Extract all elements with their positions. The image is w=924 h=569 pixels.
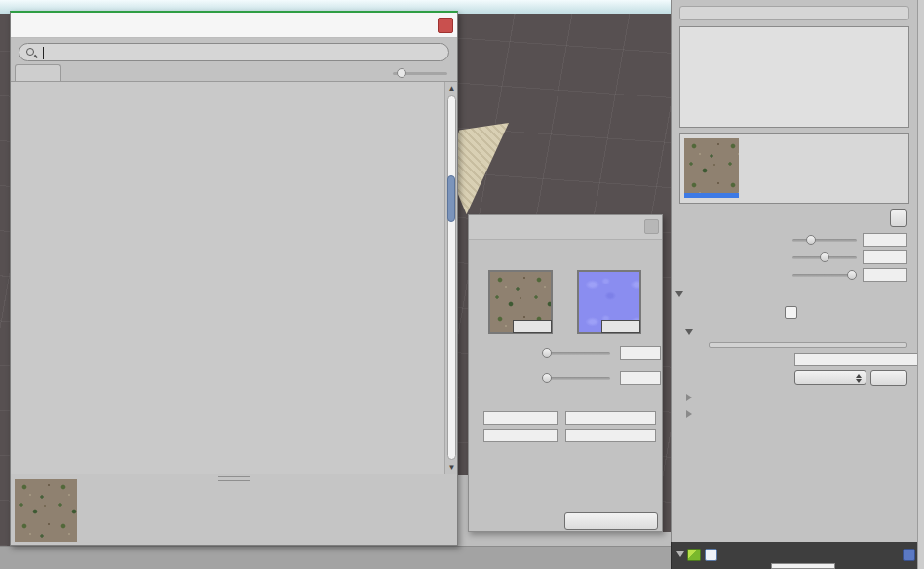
scroll-down-icon[interactable]: ▼	[447, 463, 456, 472]
tool-help-box	[679, 6, 909, 20]
select-normal-button[interactable]	[601, 320, 640, 333]
help-icon[interactable]	[903, 549, 915, 561]
terrain-collider-header	[671, 542, 924, 569]
thumbnail-size-slider[interactable]	[393, 72, 447, 75]
chevron-down-icon	[685, 329, 693, 335]
slider-knob[interactable]	[847, 270, 857, 280]
collider-component-icon	[687, 549, 701, 561]
lightmap-static-checkbox[interactable]	[785, 306, 797, 319]
realtime-lightmap-foldout[interactable]	[683, 407, 917, 421]
slider-knob[interactable]	[542, 348, 552, 358]
y-size-field[interactable]	[483, 429, 558, 442]
chevron-down-icon	[675, 291, 683, 297]
dialog-titlebar[interactable]	[469, 215, 662, 240]
brush-grid	[679, 26, 909, 128]
target-strength-slider[interactable]	[792, 274, 857, 277]
project-browser-row	[458, 532, 671, 546]
normal-texture-slot[interactable]	[577, 270, 641, 334]
preview-pane	[11, 474, 457, 545]
view-button[interactable]	[870, 370, 907, 386]
close-button-disabled	[644, 219, 659, 234]
smoothness-value-field[interactable]	[620, 371, 661, 385]
list-scrollbar[interactable]: ▲ ▼	[444, 82, 457, 474]
search-field[interactable]	[19, 43, 449, 61]
slider-knob[interactable]	[806, 235, 816, 245]
selected-texture-indicator	[684, 193, 739, 198]
slider-knob[interactable]	[542, 373, 552, 383]
chevron-right-icon	[686, 410, 692, 418]
close-button[interactable]	[438, 18, 453, 33]
scrollbar-track[interactable]	[447, 95, 456, 460]
baking-info-box	[709, 342, 907, 348]
terrain-inspector	[671, 0, 924, 569]
smoothness-slider[interactable]	[544, 377, 610, 380]
select-texture-dialog: ▲ ▼	[10, 11, 458, 546]
lighting-foldout[interactable]	[674, 287, 917, 301]
slider-knob[interactable]	[820, 252, 829, 262]
select-albedo-button[interactable]	[513, 320, 552, 333]
x-offset-field[interactable]	[565, 411, 656, 425]
scale-in-lightmap-field[interactable]	[794, 353, 924, 366]
tab-row	[11, 64, 457, 82]
lightmap-settings-foldout[interactable]	[683, 325, 917, 339]
terrain-textures-box	[679, 133, 909, 204]
chevron-right-icon	[686, 394, 692, 401]
opacity-slider[interactable]	[792, 256, 857, 259]
albedo-texture-slot[interactable]	[488, 270, 553, 334]
text-caret	[43, 47, 44, 59]
preview-thumbnail	[15, 479, 77, 542]
search-icon	[26, 48, 34, 56]
dialog-titlebar[interactable]	[11, 13, 457, 38]
apply-button[interactable]	[564, 512, 658, 530]
inspector-scrollbar[interactable]	[917, 0, 924, 569]
scrollbar-thumb[interactable]	[447, 175, 455, 222]
edit-textures-button[interactable]	[890, 209, 907, 227]
lightmap-parameters-dropdown[interactable]	[794, 370, 866, 385]
collider-enabled-checkbox[interactable]	[705, 549, 717, 561]
search-input[interactable]	[43, 44, 428, 58]
terrain-texture-thumbnail[interactable]	[684, 138, 739, 193]
opacity-field[interactable]	[863, 250, 907, 264]
project-browser-strip	[0, 546, 671, 569]
tab-assets[interactable]	[15, 64, 61, 81]
scroll-up-icon[interactable]: ▲	[447, 84, 456, 93]
texture-list: ▲ ▼	[11, 82, 457, 474]
edit-terrain-texture-dialog	[468, 214, 663, 532]
partial-field	[771, 563, 835, 569]
brush-size-slider[interactable]	[792, 239, 857, 242]
resize-handle[interactable]	[218, 476, 250, 481]
chevron-down-icon[interactable]	[676, 551, 684, 557]
baked-lightmap-foldout[interactable]	[683, 391, 917, 404]
slider-knob[interactable]	[397, 68, 406, 78]
target-strength-field[interactable]	[863, 268, 907, 282]
y-offset-field[interactable]	[565, 429, 656, 442]
metallic-slider[interactable]	[544, 352, 610, 355]
brush-size-field[interactable]	[863, 233, 907, 247]
x-size-field[interactable]	[483, 411, 558, 425]
dropdown-arrows-icon	[856, 374, 863, 383]
metallic-value-field[interactable]	[620, 346, 661, 360]
